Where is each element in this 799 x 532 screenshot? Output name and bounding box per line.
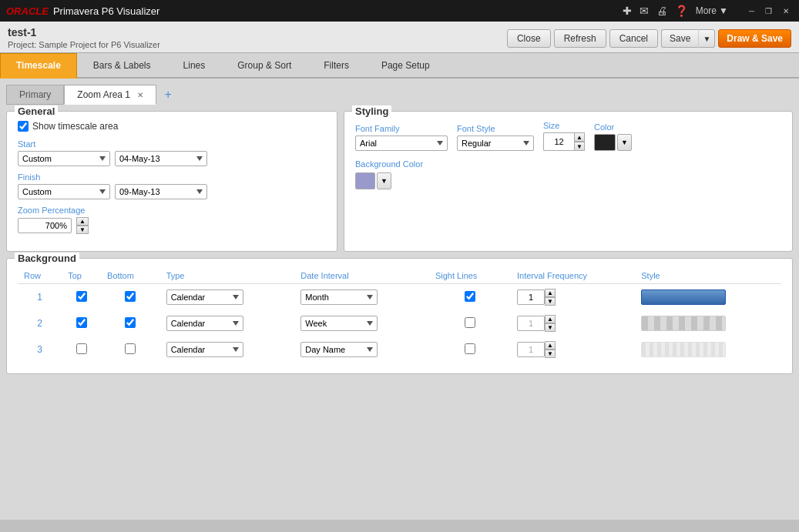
header-info: test-1 Project: Sample Project for P6 Vi… <box>8 26 160 49</box>
row2-freq-cell: ▲ ▼ <box>511 310 635 336</box>
tab-filters[interactable]: Filters <box>307 53 365 79</box>
row2-type-select[interactable]: Calendar Fiscal Resource <box>166 316 243 331</box>
row2-top-checkbox[interactable] <box>76 317 87 328</box>
table-row: 2 Calendar Fiscal Resource <box>18 310 781 336</box>
row2-freq-down-button[interactable]: ▼ <box>545 323 556 332</box>
print-icon[interactable]: 🖨 <box>656 5 667 17</box>
row2-style-line[interactable] <box>641 316 726 331</box>
row3-freq-input[interactable] <box>517 342 545 357</box>
restore-button[interactable]: ❒ <box>761 5 776 17</box>
start-date-select[interactable]: 04-May-13 <box>115 151 207 166</box>
zoom-up-button[interactable]: ▲ <box>76 217 89 226</box>
col-row: Row <box>18 268 62 284</box>
row1-top-checkbox[interactable] <box>76 291 87 302</box>
show-timescale-checkbox[interactable] <box>18 121 29 132</box>
more-button[interactable]: More ▼ <box>696 5 728 16</box>
color-label: Color <box>594 122 632 132</box>
message-icon[interactable]: ✉ <box>640 5 649 17</box>
bg-color-swatch[interactable] <box>355 172 375 189</box>
save-dropdown-button[interactable]: ▼ <box>698 29 715 48</box>
start-type-select[interactable]: Custom Project Start Data Date <box>18 151 110 166</box>
header: test-1 Project: Sample Project for P6 Vi… <box>0 22 799 53</box>
add-icon[interactable]: ✚ <box>623 5 632 17</box>
title-bar: ORACLE Primavera P6 Visualizer ✚ ✉ 🖨 ❓ M… <box>0 0 799 22</box>
row3-freq-down-button[interactable]: ▼ <box>545 350 556 358</box>
row1-style-line[interactable] <box>641 289 726 305</box>
general-panel: General Show timescale area Start Custom… <box>6 111 337 252</box>
bg-color-dropdown-button[interactable]: ▼ <box>377 172 391 189</box>
row3-freq-up-button[interactable]: ▲ <box>545 341 556 350</box>
tab-group-sort[interactable]: Group & Sort <box>221 53 307 79</box>
row1-bottom-checkbox[interactable] <box>125 291 136 302</box>
oracle-logo: ORACLE <box>6 5 49 17</box>
save-button[interactable]: Save <box>661 29 698 48</box>
color-dropdown-button[interactable]: ▼ <box>617 134 632 151</box>
bg-color-picker-row: ▼ <box>355 172 781 189</box>
tab-bars-labels[interactable]: Bars & Labels <box>77 53 167 79</box>
sub-tab-primary[interactable]: Primary <box>6 85 64 105</box>
row2-interval-select[interactable]: Month Week Day Name Day Hour <box>300 316 378 331</box>
finish-date-select[interactable]: 09-May-13 <box>115 184 207 199</box>
zoom-down-button[interactable]: ▼ <box>76 226 89 234</box>
table-row: 3 Calendar Fiscal Resource <box>18 336 781 363</box>
bg-color-label: Background Color <box>355 159 423 169</box>
row1-sight-checkbox[interactable] <box>465 291 475 302</box>
tab-timescale[interactable]: Timescale <box>0 53 77 79</box>
window-title: test-1 <box>8 26 160 38</box>
font-family-field: Font Family Arial Helvetica Times New Ro… <box>355 124 448 151</box>
row1-freq-spinner: ▲ ▼ <box>517 289 629 306</box>
sub-tab-zoom-area[interactable]: Zoom Area 1 ✕ <box>64 85 156 105</box>
row2-sight-checkbox[interactable] <box>465 317 475 328</box>
close-window-button[interactable]: ✕ <box>779 5 793 17</box>
start-row: Start Custom Project Start Data Date 04-… <box>18 139 326 166</box>
close-button[interactable]: Close <box>507 29 551 48</box>
zoom-inputs: ▲ ▼ <box>18 217 326 234</box>
minimize-button[interactable]: ─ <box>745 5 758 17</box>
row2-freq-up-button[interactable]: ▲ <box>545 315 556 323</box>
color-field: Color ▼ <box>594 122 632 151</box>
row1-freq-down-button[interactable]: ▼ <box>545 297 556 306</box>
col-style: Style <box>635 268 781 284</box>
row1-freq-input[interactable] <box>517 289 545 305</box>
font-size-up-button[interactable]: ▲ <box>574 132 585 142</box>
row1-style-cell <box>635 284 781 311</box>
cancel-button[interactable]: Cancel <box>609 29 658 48</box>
row1-type-select[interactable]: Calendar Fiscal Resource <box>166 289 243 305</box>
row2-bottom-checkbox[interactable] <box>125 317 136 328</box>
table-row: 1 Calendar Fiscal Resource <box>18 284 781 311</box>
row3-sight-cell <box>429 336 511 363</box>
color-swatch[interactable] <box>594 134 616 151</box>
tab-page-setup[interactable]: Page Setup <box>365 53 446 79</box>
finish-type-select[interactable]: Custom Project Finish Data Date <box>18 184 110 199</box>
tab-lines[interactable]: Lines <box>167 53 222 79</box>
row3-type-select[interactable]: Calendar Fiscal Resource <box>166 342 243 357</box>
font-size-down-button[interactable]: ▼ <box>574 142 585 151</box>
zoom-value-input[interactable] <box>18 218 72 233</box>
font-style-select[interactable]: Regular Bold Italic Bold Italic <box>457 136 534 151</box>
show-timescale-row: Show timescale area <box>18 121 326 132</box>
color-picker-row: ▼ <box>594 134 632 151</box>
start-inputs: Custom Project Start Data Date 04-May-13 <box>18 151 326 166</box>
font-family-select[interactable]: Arial Helvetica Times New Roman <box>355 136 448 151</box>
row2-freq-spinner-btns: ▲ ▼ <box>545 315 556 332</box>
row3-bottom-checkbox[interactable] <box>125 343 136 354</box>
row3-sight-checkbox[interactable] <box>465 343 475 354</box>
finish-label: Finish <box>18 172 326 182</box>
refresh-button[interactable]: Refresh <box>554 29 606 48</box>
row3-style-line[interactable] <box>641 342 726 357</box>
row1-freq-up-button[interactable]: ▲ <box>545 289 556 297</box>
row1-interval-select[interactable]: Month Week Day Name Day Hour <box>300 289 378 305</box>
help-icon[interactable]: ❓ <box>675 5 688 17</box>
project-name: Project: Sample Project for P6 Visualize… <box>8 40 160 49</box>
row2-freq-input[interactable] <box>517 316 545 331</box>
sub-tab-close-button[interactable]: ✕ <box>137 91 143 99</box>
font-size-spinner: ▲ ▼ <box>543 132 585 151</box>
row3-interval-select[interactable]: Month Week Day Name Day Hour <box>300 342 378 357</box>
font-size-input[interactable] <box>543 132 574 151</box>
row2-type-cell: Calendar Fiscal Resource <box>160 310 295 336</box>
add-sub-tab-button[interactable]: + <box>156 85 179 105</box>
row3-top-checkbox[interactable] <box>76 343 87 354</box>
styling-panel: Styling Font Family Arial Helvetica Time… <box>344 111 793 252</box>
draw-save-button[interactable]: Draw & Save <box>718 29 791 48</box>
background-table: Row Top Bottom Type Date Interval Sight … <box>18 268 781 363</box>
